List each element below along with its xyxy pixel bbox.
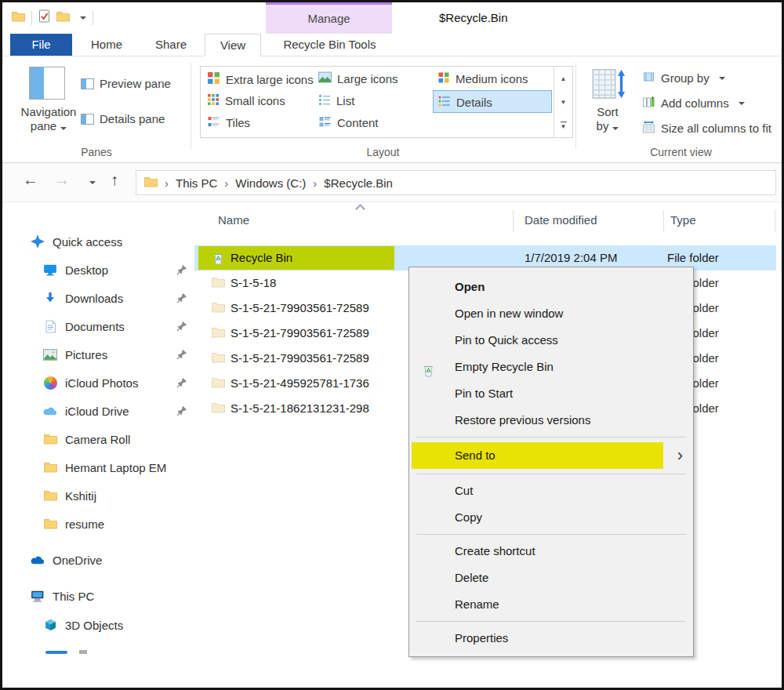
list-icon <box>318 93 331 108</box>
sidebar-label: 3D Objects <box>65 619 123 632</box>
folder-icon <box>212 402 225 416</box>
qat-separator <box>31 11 32 25</box>
up-icon[interactable]: ↑ <box>111 171 118 189</box>
sidebar-item-icloud-drive[interactable]: iCloud Drive <box>43 401 129 420</box>
column-header-type[interactable]: Type <box>670 213 696 227</box>
sidebar-item-documents[interactable]: Documents <box>43 317 125 336</box>
sidebar-partial-item <box>79 650 87 654</box>
view-extra-large-icons[interactable]: Extra large icons <box>207 71 314 87</box>
menu-item-empty-recycle-bin[interactable]: Empty Recycle Bin <box>409 354 693 380</box>
tiles-label: Tiles <box>226 116 250 129</box>
sidebar-label: OneDrive <box>53 554 102 567</box>
menu-item-create-shortcut[interactable]: Create shortcut <box>409 538 693 565</box>
panes-group-label: Panes <box>2 146 191 158</box>
submenu-arrow-icon: › <box>677 441 683 470</box>
navigation-bar: ← → ↑ › This PC › Windows (C:) › $Recycl… <box>2 163 782 202</box>
view-medium-icons[interactable]: Medium icons <box>437 71 528 86</box>
add-columns-button[interactable]: Add columns <box>642 96 745 111</box>
sidebar-item-desktop[interactable]: Desktop <box>43 260 108 279</box>
size-columns-button[interactable]: Size all columns to fit <box>642 121 771 136</box>
menu-item-copy[interactable]: Copy <box>409 504 693 531</box>
breadcrumb-chevron-icon: › <box>313 176 317 190</box>
breadcrumb-recycle-bin[interactable]: $Recycle.Bin <box>324 176 393 190</box>
contextual-tab-header-manage[interactable]: Manage <box>266 2 392 34</box>
tab-file[interactable]: File <box>10 34 72 56</box>
sidebar-item-pictures[interactable]: Pictures <box>43 345 107 364</box>
add-columns-label: Add columns <box>661 96 729 110</box>
sidebar-item-icloud-photos[interactable]: iCloud Photos <box>43 373 138 392</box>
preview-pane-button[interactable]: Preview pane <box>81 77 171 90</box>
column-divider[interactable] <box>663 210 664 232</box>
context-menu: Open Open in new window Pin to Quick acc… <box>408 267 694 657</box>
column-header-date-modified[interactable]: Date modified <box>524 213 597 227</box>
sidebar-item-quick-access[interactable]: Quick access <box>31 232 122 251</box>
menu-item-open[interactable]: Open <box>409 274 693 300</box>
menu-item-rename[interactable]: Rename <box>409 591 693 618</box>
breadcrumb-this-pc[interactable]: This PC <box>176 176 217 190</box>
view-large-icons[interactable]: Large icons <box>318 71 398 85</box>
menu-item-delete[interactable]: Delete <box>409 565 693 591</box>
column-header-name[interactable]: Name <box>218 213 249 227</box>
sidebar-item-camera-roll[interactable]: Camera Roll <box>43 430 130 448</box>
sidebar-item-kshitij[interactable]: Kshitij <box>43 486 96 505</box>
details-pane-button[interactable]: Details pane <box>81 112 165 125</box>
sidebar-item-resume[interactable]: resume <box>43 514 104 533</box>
group-by-button[interactable]: Group by <box>642 71 725 85</box>
sidebar-item-3d-objects[interactable]: 3D Objects <box>43 616 123 634</box>
gallery-scroll-down-icon[interactable]: ▼ <box>554 90 572 114</box>
qat-customize-dropdown-icon[interactable] <box>80 16 86 20</box>
download-icon <box>43 292 57 304</box>
view-details-selected[interactable]: Details <box>437 95 492 110</box>
view-list[interactable]: List <box>318 93 354 108</box>
breadcrumb-windows-c[interactable]: Windows (C:) <box>235 176 306 190</box>
annotation-highlight-green <box>198 246 394 270</box>
file-type: File folder <box>667 251 719 264</box>
tab-view[interactable]: View <box>205 34 261 56</box>
sidebar-label: resume <box>65 518 104 531</box>
menu-item-pin-to-start[interactable]: Pin to Start <box>409 380 693 407</box>
gallery-more-icon[interactable]: ▼ <box>554 114 572 137</box>
properties-check-icon[interactable] <box>38 9 50 26</box>
column-divider[interactable] <box>513 210 514 232</box>
sidebar-partial-item <box>45 651 67 654</box>
sort-ascending-icon[interactable] <box>355 204 365 214</box>
sidebar-item-downloads[interactable]: Downloads <box>43 289 123 307</box>
view-small-icons[interactable]: Small icons <box>207 93 285 108</box>
new-folder-icon[interactable] <box>56 11 70 25</box>
menu-item-send-to[interactable]: Send to › <box>409 441 693 470</box>
icloud-drive-icon <box>43 405 57 416</box>
3d-objects-icon <box>43 619 57 632</box>
tab-recycle-bin-tools[interactable]: Recycle Bin Tools <box>267 34 392 56</box>
menu-item-open-new-window[interactable]: Open in new window <box>409 300 693 327</box>
group-by-dropdown-icon[interactable] <box>719 77 725 80</box>
navigation-pane-label: Navigation <box>13 105 84 118</box>
gallery-scroll-up-icon[interactable]: ▲ <box>554 67 572 90</box>
column-divider[interactable] <box>775 210 775 232</box>
view-content[interactable]: Content <box>318 115 379 130</box>
sidebar-item-this-pc[interactable]: This PC <box>31 586 94 605</box>
navigation-pane-icon <box>29 67 65 100</box>
sidebar-item-onedrive[interactable]: OneDrive <box>31 550 102 569</box>
title-bar: Manage $Recycle.Bin <box>2 2 782 34</box>
sort-by-button[interactable] <box>592 67 626 104</box>
forward-icon[interactable]: → <box>54 171 70 189</box>
large-icons-label: Large icons <box>337 72 398 85</box>
view-tiles[interactable]: Tiles <box>207 115 250 130</box>
folder-icon <box>212 352 225 366</box>
tab-home[interactable]: Home <box>79 34 134 56</box>
pin-icon <box>176 321 187 332</box>
menu-item-properties[interactable]: Properties <box>409 625 693 652</box>
recent-locations-dropdown-icon[interactable] <box>89 181 96 184</box>
sort-by-dropdown-icon[interactable] <box>612 127 619 130</box>
address-bar[interactable]: › This PC › Windows (C:) › $Recycle.Bin <box>136 170 776 195</box>
file-name: S-1-5-21-1862131231-298 <box>230 401 369 415</box>
menu-item-cut[interactable]: Cut <box>409 478 693 504</box>
menu-item-restore-previous-versions[interactable]: Restore previous versions <box>409 407 693 434</box>
gallery-scrollbar: ▲ ▼ ▼ <box>554 67 572 137</box>
tab-share[interactable]: Share <box>143 34 198 56</box>
sidebar-item-hemant-laptop[interactable]: Hemant Laptop EM <box>43 458 166 477</box>
back-icon[interactable]: ← <box>23 171 38 189</box>
add-columns-dropdown-icon[interactable] <box>739 102 745 105</box>
menu-item-pin-quick-access[interactable]: Pin to Quick access <box>409 327 693 354</box>
navigation-pane-dropdown-icon[interactable] <box>60 127 67 130</box>
